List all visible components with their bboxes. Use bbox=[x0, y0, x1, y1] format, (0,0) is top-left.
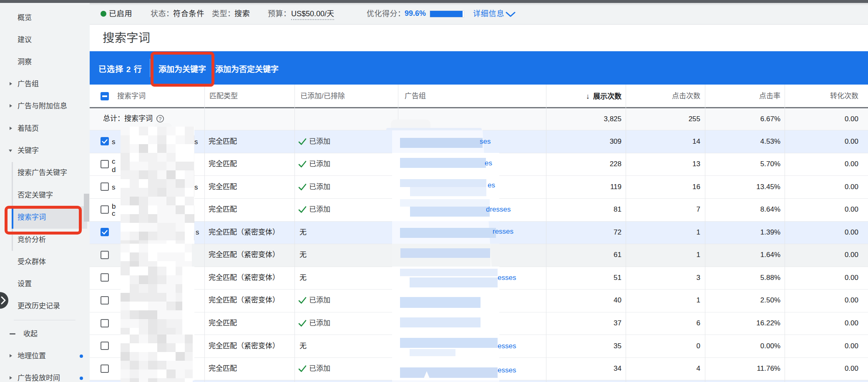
svg-text:?: ? bbox=[159, 116, 162, 122]
